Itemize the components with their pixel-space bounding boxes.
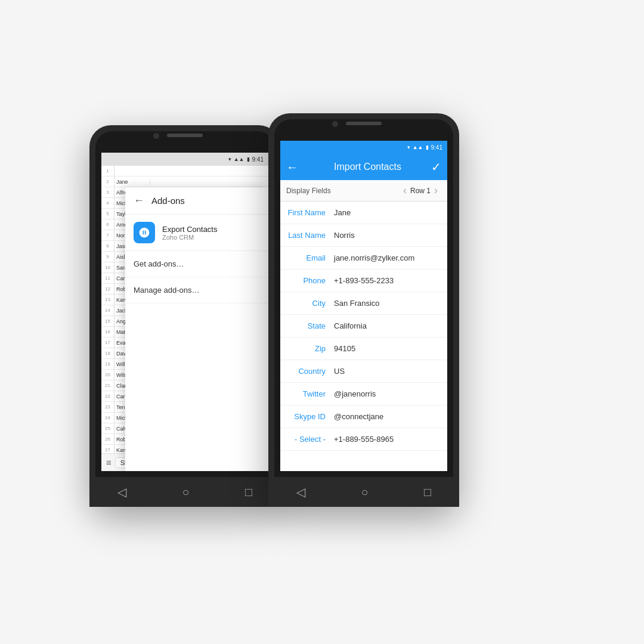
status-bar-left: ▾ ▲▲ ▮ 9:41 bbox=[101, 153, 268, 166]
row-number: 6 bbox=[101, 219, 114, 230]
chevron-right-icon[interactable]: › bbox=[431, 184, 441, 197]
row-number: 15 bbox=[101, 316, 114, 326]
display-fields-label: Display Fields bbox=[286, 187, 400, 195]
import-title: Import Contacts bbox=[304, 162, 431, 172]
import-fields: First Name Jane Last Name Norris Email j… bbox=[280, 202, 447, 451]
addons-title-row: ← Add-ons bbox=[125, 187, 268, 215]
field-value[interactable]: California bbox=[334, 321, 441, 330]
time-right: 9:41 bbox=[431, 144, 442, 151]
export-contacts-sub: Zoho CRM bbox=[162, 234, 218, 241]
row-number: 21 bbox=[101, 380, 114, 391]
field-row: Last Name Norris bbox=[280, 224, 447, 247]
field-value[interactable]: +1-889-555-8965 bbox=[334, 435, 441, 444]
field-value[interactable]: 94105 bbox=[334, 344, 441, 353]
phone-left-inner: ▾ ▲▲ ▮ 9:41 1 2 Jane 3 Alfred 4 bbox=[95, 131, 274, 501]
row-number: 7 bbox=[101, 230, 114, 240]
time-left: 9:41 bbox=[252, 156, 264, 163]
row-number: 23 bbox=[101, 402, 114, 412]
field-value[interactable]: jane.norris@zylker.com bbox=[334, 253, 441, 262]
row-number: 3 bbox=[101, 187, 114, 197]
home-button-right[interactable]: ○ bbox=[361, 485, 368, 499]
import-check-button[interactable]: ✓ bbox=[431, 160, 441, 174]
signal-icon-left: ▲▲ bbox=[234, 156, 244, 162]
row-number: 19 bbox=[101, 359, 114, 369]
addons-title: Add-ons bbox=[151, 196, 185, 206]
recents-button-left[interactable]: □ bbox=[245, 485, 252, 499]
field-row: - Select - +1-889-555-8965 bbox=[280, 428, 447, 451]
import-header: ← Import Contacts ✓ bbox=[280, 154, 447, 180]
manage-addons-item[interactable]: Manage add-ons… bbox=[125, 277, 268, 304]
field-value[interactable]: US bbox=[334, 367, 441, 376]
row-number: 12 bbox=[101, 284, 114, 294]
field-row: State California bbox=[280, 315, 447, 338]
field-label: - Select - bbox=[286, 435, 334, 444]
row-number: 1 bbox=[101, 166, 114, 176]
phone-right-inner: ▾ ▲▲ ▮ 9:41 ← Import Contacts ✓ Display … bbox=[274, 119, 453, 501]
row-number: 25 bbox=[101, 423, 114, 434]
field-value[interactable]: @connectjane bbox=[334, 412, 441, 421]
screen-left: ▾ ▲▲ ▮ 9:41 1 2 Jane 3 Alfred 4 bbox=[101, 153, 268, 471]
camera-right bbox=[332, 121, 338, 127]
back-button-right[interactable]: ◁ bbox=[296, 485, 305, 499]
row-number: 16 bbox=[101, 327, 114, 337]
field-value[interactable]: San Fransico bbox=[334, 299, 441, 308]
screen-right: ▾ ▲▲ ▮ 9:41 ← Import Contacts ✓ Display … bbox=[280, 141, 447, 471]
back-button-left[interactable]: ◁ bbox=[117, 485, 126, 499]
field-row: Country US bbox=[280, 360, 447, 383]
field-label: Zip bbox=[286, 344, 334, 353]
field-row: First Name Jane bbox=[280, 202, 447, 224]
field-value[interactable]: @janenorris bbox=[334, 389, 441, 398]
speaker-right bbox=[346, 122, 382, 125]
row-number: 8 bbox=[101, 241, 114, 251]
get-addons-item[interactable]: Get add-ons… bbox=[125, 251, 268, 277]
export-contacts-name: Export Contacts bbox=[162, 225, 218, 234]
addons-overlay[interactable]: ← Add-ons Export Contacts Zoho CRM bbox=[125, 187, 268, 471]
export-contacts-text: Export Contacts Zoho CRM bbox=[162, 225, 218, 241]
row-number: 4 bbox=[101, 198, 114, 208]
row-number: 10 bbox=[101, 262, 114, 273]
bottom-nav-right: ◁ ○ □ bbox=[268, 477, 459, 507]
field-value[interactable]: Norris bbox=[334, 231, 441, 240]
field-label: Last Name bbox=[286, 231, 334, 240]
field-label: City bbox=[286, 299, 334, 308]
speaker-left bbox=[167, 134, 203, 137]
phone-left: ▾ ▲▲ ▮ 9:41 1 2 Jane 3 Alfred 4 bbox=[89, 125, 280, 507]
field-label: Skype ID bbox=[286, 412, 334, 421]
field-value[interactable]: Jane bbox=[334, 208, 441, 217]
field-label: Twitter bbox=[286, 389, 334, 398]
table-row: 2 Jane bbox=[101, 177, 268, 187]
row-number: 9 bbox=[101, 252, 114, 262]
battery-icon-left: ▮ bbox=[247, 156, 250, 162]
field-row: City San Fransico bbox=[280, 292, 447, 315]
recents-button-right[interactable]: □ bbox=[424, 485, 431, 499]
cell-a[interactable]: Jane bbox=[114, 179, 150, 185]
field-label: State bbox=[286, 321, 334, 330]
row-number: 22 bbox=[101, 391, 114, 401]
row-number: 2 bbox=[101, 177, 114, 187]
row-label: Row 1 bbox=[410, 187, 431, 195]
field-label: Phone bbox=[286, 276, 334, 285]
row-number: 5 bbox=[101, 209, 114, 219]
row-number: 17 bbox=[101, 338, 114, 348]
menu-icon-left[interactable]: ≡ bbox=[106, 457, 112, 467]
table-row: 1 bbox=[101, 166, 268, 177]
import-back-button[interactable]: ← bbox=[286, 160, 298, 174]
phone-right: ▾ ▲▲ ▮ 9:41 ← Import Contacts ✓ Display … bbox=[268, 113, 459, 507]
field-value[interactable]: +1-893-555-2233 bbox=[334, 276, 441, 285]
row-number: 26 bbox=[101, 434, 114, 444]
signal-icon-right: ▲▲ bbox=[413, 144, 423, 150]
home-button-left[interactable]: ○ bbox=[182, 485, 189, 499]
wifi-icon-right: ▾ bbox=[407, 144, 410, 150]
addons-back-arrow[interactable]: ← bbox=[134, 194, 144, 207]
field-row: Twitter @janenorris bbox=[280, 383, 447, 405]
row-number: 11 bbox=[101, 273, 114, 283]
row-number: 24 bbox=[101, 413, 114, 423]
field-row: Skype ID @connectjane bbox=[280, 405, 447, 428]
field-row: Phone +1-893-555-2233 bbox=[280, 270, 447, 292]
export-contacts-item[interactable]: Export Contacts Zoho CRM bbox=[125, 215, 268, 251]
chevron-left-icon[interactable]: ‹ bbox=[400, 184, 410, 197]
import-subheader: Display Fields ‹ Row 1 › bbox=[280, 180, 447, 202]
row-number: 14 bbox=[101, 305, 114, 315]
wifi-icon-left: ▾ bbox=[228, 156, 231, 162]
field-label: First Name bbox=[286, 208, 334, 217]
